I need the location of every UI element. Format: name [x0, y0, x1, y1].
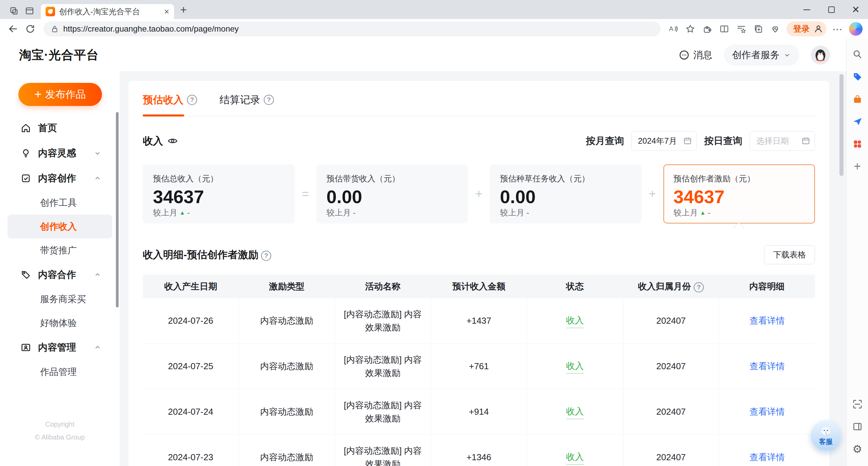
sidebar-item-home[interactable]: 首页: [0, 115, 120, 141]
view-details-link[interactable]: 查看详情: [749, 360, 785, 373]
copyright-line2: © Alibaba Group: [0, 431, 120, 444]
sidebar-item-goods-experience[interactable]: 好物体验: [0, 311, 120, 335]
income-section-title: 收入: [143, 134, 178, 148]
sidebar-item-promotion[interactable]: 带货推广: [0, 238, 120, 262]
extensions-icon[interactable]: [699, 21, 715, 37]
compare-delta: -: [353, 208, 356, 217]
copilot-icon[interactable]: [849, 22, 863, 36]
sidebar-item-service-purchase[interactable]: 服务商采买: [0, 287, 120, 311]
url-box[interactable]: https://creator.guanghe.taobao.com/page/…: [44, 21, 661, 36]
search-icon[interactable]: [849, 46, 866, 62]
sidebar-item-works-management[interactable]: 作品管理: [0, 360, 120, 384]
view-details-link[interactable]: 查看详情: [749, 405, 785, 418]
split-screen-icon[interactable]: [716, 21, 732, 37]
chevron-up-icon: [93, 343, 102, 352]
col-detail: 内容明细: [719, 281, 815, 292]
maximize-button[interactable]: [819, 0, 844, 19]
tab-actions-icon[interactable]: [22, 3, 37, 18]
chevron-down-icon: [783, 51, 791, 59]
close-button[interactable]: ✕: [844, 0, 868, 19]
status-badge[interactable]: 收入: [566, 405, 584, 419]
address-bar: https://creator.guanghe.taobao.com/page/…: [0, 19, 868, 39]
sidebar-item-creation-tools[interactable]: 创作工具: [0, 191, 120, 215]
workspaces-icon[interactable]: [6, 3, 22, 18]
shopping-bag-icon[interactable]: [849, 91, 866, 107]
url-text: https://creator.guanghe.taobao.com/page/…: [63, 24, 239, 34]
read-aloud-icon[interactable]: A: [665, 21, 681, 37]
download-table-button[interactable]: 下载表格: [764, 245, 815, 264]
shopping-tag-icon[interactable]: [849, 69, 866, 85]
customer-service-button[interactable]: 客服: [811, 420, 841, 450]
minimize-button[interactable]: ─: [795, 0, 819, 19]
sidebar-item-label: 创作工具: [40, 197, 77, 209]
new-tab-button[interactable]: +: [180, 3, 187, 16]
cell-type: 内容动态激励: [239, 389, 335, 434]
tab-estimated-income[interactable]: 预估收入 ?: [143, 93, 197, 116]
status-badge[interactable]: 收入: [566, 450, 584, 465]
table-row: 2024-07-24 内容动态激励 [内容动态激励] 内容效果激励 +914 收…: [143, 389, 815, 435]
status-badge[interactable]: 收入: [566, 314, 584, 328]
cell-date: 2024-07-25: [143, 344, 239, 389]
cell-detail: 查看详情: [719, 344, 815, 389]
favorite-star-icon[interactable]: [682, 21, 698, 37]
page-scrollbar[interactable]: [839, 74, 844, 176]
elephant-mascot-icon: [818, 425, 834, 438]
sidebar-item-cooperation[interactable]: 内容合作: [0, 262, 120, 287]
eye-icon[interactable]: [167, 136, 178, 146]
stat-title: 预估带货收入（元）: [327, 173, 458, 184]
sidebar-item-inspiration[interactable]: 内容灵感: [0, 141, 120, 166]
help-icon[interactable]: ?: [264, 95, 274, 105]
tab-close-icon[interactable]: ×: [161, 6, 169, 17]
home-icon: [20, 123, 31, 133]
stat-value: 0.00: [500, 186, 631, 207]
help-icon[interactable]: ?: [261, 251, 271, 261]
tab-title: 创作收入-淘宝光合平台: [59, 6, 161, 17]
settings-more-icon[interactable]: ⋯: [830, 21, 846, 37]
sidebar-panel-icon[interactable]: [849, 418, 866, 435]
col-type: 激励类型: [239, 281, 335, 292]
view-details-link[interactable]: 查看详情: [749, 451, 785, 464]
view-details-link[interactable]: 查看详情: [749, 314, 785, 327]
sidebar-item-management[interactable]: 内容管理: [0, 335, 120, 360]
sidebar-item-creation[interactable]: 内容创作: [0, 166, 120, 191]
stat-creator-incentive[interactable]: 预估创作者激励（元） 34637 较上月 ▲ -: [663, 164, 815, 223]
collections-icon[interactable]: [750, 21, 766, 37]
sidebar-scrollbar[interactable]: [116, 112, 119, 307]
status-badge[interactable]: 收入: [566, 359, 584, 374]
add-sidebar-item-icon[interactable]: +: [849, 158, 866, 175]
back-icon[interactable]: [5, 21, 21, 37]
stat-compare: 较上月 ▲ -: [153, 207, 284, 218]
compare-delta: -: [708, 208, 710, 217]
sidebar-item-creation-income[interactable]: 创作收入: [7, 215, 112, 238]
publish-work-button[interactable]: + 发布作品: [18, 83, 102, 106]
creator-service-dropdown[interactable]: 创作者服务: [724, 44, 799, 66]
cell-type: 内容动态激励: [239, 344, 335, 389]
chevron-up-icon: [93, 270, 102, 279]
day-date-input[interactable]: [750, 131, 815, 151]
site-logo: 淘宝·光合平台: [19, 47, 99, 64]
table-row: 2024-07-25 内容动态激励 [内容动态激励] 内容效果激励 +761 收…: [143, 344, 815, 389]
window-controls: ─ ✕: [795, 0, 868, 19]
stat-cards: 预估总收入（元） 34637 较上月 ▲ - = 预估带货收入（元）: [143, 164, 815, 223]
message-icon: [678, 49, 690, 61]
messages-button[interactable]: 消息: [678, 49, 712, 61]
paper-plane-icon[interactable]: [849, 113, 866, 130]
help-icon[interactable]: ?: [694, 282, 704, 292]
browser-tab-active[interactable]: 创作收入-淘宝光合平台 ×: [41, 4, 174, 19]
favorites-list-icon[interactable]: [733, 21, 749, 37]
tab-settlement-records[interactable]: 结算记录 ?: [220, 93, 274, 116]
user-avatar[interactable]: [811, 46, 830, 65]
screenshot-icon[interactable]: [849, 396, 866, 412]
browser-essentials-icon[interactable]: [767, 21, 783, 37]
refresh-icon[interactable]: [22, 21, 38, 37]
app-grid-icon[interactable]: [849, 136, 866, 152]
month-date-picker[interactable]: [631, 131, 697, 151]
login-button[interactable]: 登录: [786, 21, 827, 36]
day-date-picker[interactable]: [750, 131, 815, 151]
month-date-input[interactable]: [631, 131, 697, 151]
settings-gear-icon[interactable]: ⚙: [849, 441, 866, 457]
query-controls: 按月查询 按日查询: [586, 131, 815, 151]
cell-detail: 查看详情: [719, 389, 815, 434]
col-month: 收入归属月份?: [623, 281, 719, 292]
help-icon[interactable]: ?: [187, 95, 197, 105]
